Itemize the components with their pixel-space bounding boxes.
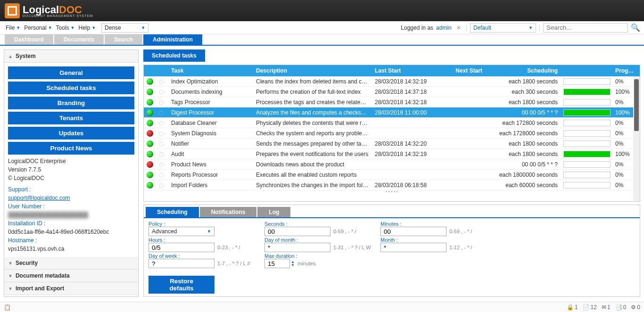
col-task[interactable]: Task	[168, 66, 253, 75]
progress-bar	[563, 120, 611, 126]
clipboard-icon[interactable]: 📋	[4, 304, 11, 311]
run-icon[interactable]: ◌	[159, 99, 164, 106]
sidebar-item-branding[interactable]: Branding	[8, 97, 134, 109]
table-row[interactable]: ◌Reports ProcessorExecutes all the enabl…	[144, 170, 640, 180]
section-title: Security	[16, 260, 38, 266]
table-row[interactable]: ◌Digest ProcessorAnalyzes the files and …	[144, 107, 640, 118]
policy-select[interactable]: Advanced▼	[149, 227, 215, 236]
support-link[interactable]: support@logicaldoc.com	[8, 195, 70, 201]
col-last-start[interactable]: Last Start	[372, 66, 443, 75]
col-scheduling[interactable]: Scheduling	[485, 66, 561, 75]
table-row[interactable]: ◌Import FoldersSynchronizes the changes …	[144, 180, 640, 190]
task-next-start	[443, 184, 485, 187]
col-description[interactable]: Description	[253, 66, 372, 75]
run-icon[interactable]: ◌	[159, 172, 164, 178]
sidebar-section-system[interactable]: ▲ System	[4, 50, 138, 63]
status-documents[interactable]: 📄12	[583, 304, 597, 311]
task-description: Executes all the enabled custom reports	[253, 170, 372, 180]
progress-bar	[563, 89, 611, 95]
status-events[interactable]: 📑0	[615, 304, 627, 311]
col-progress[interactable]: Progress	[612, 66, 638, 75]
task-description: Cleans the index from deleted items and …	[253, 77, 372, 86]
dom-input[interactable]	[264, 243, 330, 252]
sidebar-item-updates[interactable]: Updates	[8, 127, 134, 140]
sidebar-item-general[interactable]: General	[8, 66, 134, 79]
table-row[interactable]: ◌Product NewsDownloads news about the pr…	[144, 159, 640, 170]
login-user[interactable]: admin	[436, 25, 452, 31]
status-messages[interactable]: ✉1	[602, 304, 611, 311]
tab-search[interactable]: Search	[105, 34, 142, 45]
task-last-start	[372, 132, 443, 135]
sidebar-section-metadata[interactable]: ▼ Document metadata	[4, 270, 138, 282]
status-locked[interactable]: 🔒1	[567, 304, 578, 311]
task-scheduling: each 60000 seconds	[485, 181, 561, 190]
maxdur-input[interactable]	[264, 259, 290, 268]
task-last-start	[372, 163, 443, 166]
task-description: Synchronizes the changes in the import f…	[253, 181, 372, 190]
run-icon[interactable]: ◌	[159, 161, 164, 168]
table-row[interactable]: ◌AuditPrepares the event notifications f…	[144, 149, 640, 159]
tab-dashboard[interactable]: Dashboard	[5, 34, 53, 45]
spin-down-icon[interactable]: ▼	[291, 263, 295, 267]
density-select[interactable]: Dense ▼	[101, 23, 149, 33]
col-next-start[interactable]: Next Start	[443, 66, 485, 75]
menu-personal[interactable]: Personal▼	[22, 24, 54, 32]
bottom-tab-log[interactable]: Log	[257, 207, 290, 217]
logout-icon[interactable]: ✕	[454, 25, 463, 31]
minutes-input[interactable]	[380, 227, 446, 236]
dow-label: Day of week :	[149, 253, 257, 259]
run-icon[interactable]: ◌	[159, 151, 164, 157]
search-icon[interactable]: 🔍	[631, 23, 640, 32]
progress-bar	[563, 151, 611, 157]
status-workflow[interactable]: ⚙0	[631, 304, 640, 311]
vertical-scrollbar[interactable]	[633, 76, 640, 201]
month-input[interactable]	[380, 243, 446, 252]
sidebar-section-import-export[interactable]: ▼ Import and Export	[4, 282, 138, 295]
sidebar-section-security[interactable]: ▼ Security	[4, 257, 138, 270]
main-tabs: DashboardDocumentsSearchAdministration	[0, 34, 644, 46]
table-row[interactable]: ◌Documents indexingPerforms the creation…	[144, 87, 640, 97]
table-row[interactable]: ◌NotifierSends the messages prepared by …	[144, 139, 640, 149]
menu-file[interactable]: File▼	[4, 24, 22, 32]
tenant-select[interactable]: Default ▼	[470, 23, 536, 33]
hours-input[interactable]	[149, 243, 215, 252]
task-description: Prepares the event notifications for the…	[253, 149, 372, 159]
splitter[interactable]: • • • • •	[144, 190, 640, 193]
table-row[interactable]: ◌Tags ProcessorProcesses the tags and cr…	[144, 97, 640, 107]
section-title: Import and Export	[16, 285, 64, 292]
task-next-start	[443, 142, 485, 145]
sidebar-item-tenants[interactable]: Tenants	[8, 112, 134, 124]
sidebar-item-scheduled-tasks[interactable]: Scheduled tasks	[8, 82, 134, 94]
subtab-scheduled-tasks[interactable]: Scheduled tasks	[143, 49, 205, 62]
table-row[interactable]: ◌Index OptimizationCleans the index from…	[144, 76, 640, 87]
tab-documents[interactable]: Documents	[54, 34, 104, 45]
table-row[interactable]: ◌Database CleanerPhysically deletes the …	[144, 118, 640, 128]
menu-help[interactable]: Help▼	[77, 24, 98, 32]
bottom-tab-notifications[interactable]: Notifications	[200, 207, 257, 217]
search-input[interactable]	[543, 23, 628, 33]
tab-administration[interactable]: Administration	[143, 34, 202, 45]
dow-input[interactable]	[149, 259, 215, 268]
sidebar-item-product-news[interactable]: Product News	[8, 142, 134, 155]
seconds-input[interactable]	[264, 227, 330, 236]
restore-defaults-button[interactable]: Restore defaults	[149, 276, 215, 294]
run-icon[interactable]: ◌	[159, 130, 164, 137]
task-name: System Diagnosis	[168, 129, 253, 138]
menu-tools[interactable]: Tools▼	[54, 24, 77, 32]
run-icon[interactable]: ◌	[159, 89, 164, 95]
task-scheduling: each 1800 seconds	[485, 98, 561, 107]
run-icon[interactable]: ◌	[159, 109, 164, 116]
logo: LogicalDOC DOCUMENT MANAGEMENT SYSTEM	[5, 3, 93, 18]
run-icon[interactable]: ◌	[159, 140, 164, 147]
run-icon[interactable]: ◌	[159, 78, 164, 85]
bottom-tab-scheduling[interactable]: Scheduling	[146, 207, 199, 217]
section-title: Document metadata	[16, 272, 70, 279]
task-description: Checks the system and reports any proble…	[253, 129, 372, 138]
table-row[interactable]: ◌System DiagnosisChecks the system and r…	[144, 128, 640, 139]
run-icon[interactable]: ◌	[159, 182, 164, 189]
task-name: Product News	[168, 160, 253, 169]
status-icon	[147, 78, 153, 85]
progress-bar	[563, 130, 611, 137]
task-name: Audit	[168, 149, 253, 159]
run-icon[interactable]: ◌	[159, 120, 164, 126]
